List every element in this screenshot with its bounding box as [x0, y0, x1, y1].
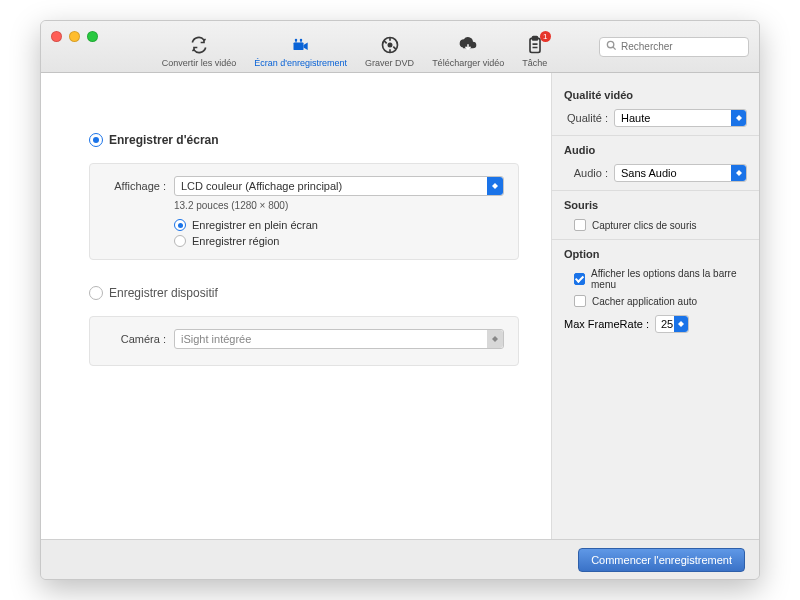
framerate-stepper[interactable]: 25	[655, 315, 689, 333]
audio-label: Audio :	[564, 167, 608, 179]
main-pane: Enregistrer d'écran Affichage : LCD coul…	[41, 73, 551, 539]
minimize-icon[interactable]	[69, 31, 80, 42]
start-recording-button[interactable]: Commencer l'enregistrement	[578, 548, 745, 572]
button-label: Commencer l'enregistrement	[591, 554, 732, 566]
zoom-icon[interactable]	[87, 31, 98, 42]
tab-label: Convertir les vidéo	[162, 58, 237, 68]
svg-point-7	[607, 41, 613, 47]
camera-select[interactable]: iSight intégrée	[174, 329, 504, 349]
display-resolution: 13.2 pouces (1280 × 800)	[174, 200, 504, 211]
screen-panel: Affichage : LCD couleur (Affichage princ…	[89, 163, 519, 260]
titlebar: Convertir les vidéo Écran d'enregistreme…	[41, 21, 759, 73]
audio-value: Sans Audio	[621, 167, 677, 179]
section-quality: Qualité vidéo	[564, 89, 747, 101]
framerate-label: Max FrameRate :	[564, 318, 649, 330]
disc-icon	[378, 35, 402, 55]
search-icon	[606, 40, 617, 53]
close-icon[interactable]	[51, 31, 62, 42]
chevron-updown-icon	[674, 316, 688, 332]
window-controls	[51, 31, 98, 42]
svg-point-4	[388, 43, 391, 46]
mode-label: Enregistrer dispositif	[109, 286, 218, 300]
quality-label: Qualité :	[564, 112, 608, 124]
quality-select[interactable]: Haute	[614, 109, 747, 127]
chevron-updown-icon	[487, 177, 503, 195]
audio-select[interactable]: Sans Audio	[614, 164, 747, 182]
radio-icon	[89, 133, 103, 147]
framerate-value: 25	[661, 318, 673, 330]
checkbox-label: Capturer clics de souris	[592, 220, 696, 231]
option-label: Enregistrer région	[192, 235, 279, 247]
chevron-updown-icon	[731, 165, 746, 181]
tab-label: Graver DVD	[365, 58, 414, 68]
download-cloud-icon	[456, 35, 480, 55]
display-value: LCD couleur (Affichage principal)	[181, 180, 342, 192]
mode-record-device[interactable]: Enregistrer dispositif	[89, 286, 519, 300]
display-select[interactable]: LCD couleur (Affichage principal)	[174, 176, 504, 196]
svg-rect-6	[532, 37, 537, 40]
display-label: Affichage :	[104, 180, 166, 192]
toolbar: Convertir les vidéo Écran d'enregistreme…	[118, 21, 591, 72]
chevron-updown-icon	[731, 110, 746, 126]
footer: Commencer l'enregistrement	[41, 539, 759, 579]
search-wrap	[599, 37, 749, 57]
section-mouse: Souris	[564, 199, 747, 211]
radio-icon	[89, 286, 103, 300]
app-window: Convertir les vidéo Écran d'enregistreme…	[40, 20, 760, 580]
convert-icon	[187, 35, 211, 55]
quality-value: Haute	[621, 112, 650, 124]
section-audio: Audio	[564, 144, 747, 156]
tab-tasks[interactable]: Tâche	[522, 35, 547, 68]
mode-record-screen[interactable]: Enregistrer d'écran	[89, 133, 519, 147]
svg-rect-0	[293, 43, 303, 51]
radio-icon	[174, 235, 186, 247]
tab-download[interactable]: Télécharger vidéo	[432, 35, 504, 68]
checkbox-icon	[574, 219, 586, 231]
search-field[interactable]	[599, 37, 749, 57]
option-label: Enregistrer en plein écran	[192, 219, 318, 231]
tab-label: Écran d'enregistrement	[254, 58, 347, 68]
tab-convert[interactable]: Convertir les vidéo	[162, 35, 237, 68]
checkbox-icon	[574, 295, 586, 307]
option-region[interactable]: Enregistrer région	[174, 235, 504, 247]
checkbox-capture-clicks[interactable]: Capturer clics de souris	[574, 219, 747, 231]
checkbox-hide-app[interactable]: Cacher application auto	[574, 295, 747, 307]
checkbox-show-menu[interactable]: Afficher les options dans la barre menu	[574, 268, 747, 290]
mode-label: Enregistrer d'écran	[109, 133, 219, 147]
radio-icon	[174, 219, 186, 231]
tab-screen-record[interactable]: Écran d'enregistrement	[254, 35, 347, 68]
camera-label: Caméra :	[104, 333, 166, 345]
search-input[interactable]	[621, 41, 742, 52]
tab-label: Tâche	[522, 58, 547, 68]
device-panel: Caméra : iSight intégrée	[89, 316, 519, 366]
tab-label: Télécharger vidéo	[432, 58, 504, 68]
option-fullscreen[interactable]: Enregistrer en plein écran	[174, 219, 504, 231]
chevron-updown-icon	[487, 330, 503, 348]
camera-value: iSight intégrée	[181, 333, 251, 345]
sidebar: Qualité vidéo Qualité : Haute Audio Audi…	[551, 73, 759, 539]
checkbox-label: Afficher les options dans la barre menu	[591, 268, 747, 290]
tab-burn-dvd[interactable]: Graver DVD	[365, 35, 414, 68]
checkbox-label: Cacher application auto	[592, 296, 697, 307]
camera-icon	[289, 35, 313, 55]
clipboard-icon	[523, 35, 547, 55]
section-option: Option	[564, 248, 747, 260]
checkbox-icon	[574, 273, 585, 285]
